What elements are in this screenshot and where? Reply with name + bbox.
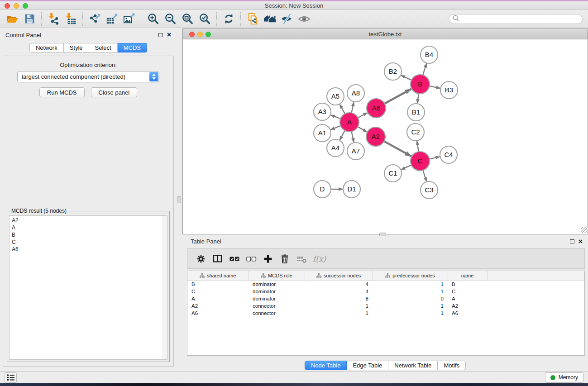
table-row[interactable]: Bdominator41B	[187, 281, 584, 288]
result-list-item[interactable]: A6	[12, 246, 167, 253]
graph-edge-B-B4[interactable]	[423, 63, 426, 75]
eye-icon[interactable]	[296, 11, 313, 27]
graph-node-C2[interactable]: C2	[407, 124, 424, 141]
graph-node-C4[interactable]: C4	[440, 146, 457, 163]
graph-node-A6[interactable]: A6	[367, 99, 386, 118]
zoom-in-icon[interactable]	[144, 11, 162, 27]
function-builder-icon[interactable]: f(x)	[313, 254, 326, 263]
refresh-icon[interactable]	[220, 11, 237, 27]
graph-node-B3[interactable]: B3	[440, 81, 458, 99]
graph-edge-A-A1[interactable]	[331, 126, 341, 130]
table-row[interactable]: Adominator80A	[187, 295, 584, 302]
run-mcds-button[interactable]: Run MCDS	[39, 87, 85, 97]
graph-edge-A-A3[interactable]	[331, 115, 341, 119]
graph-edge-A2-C[interactable]	[384, 141, 411, 156]
table-row[interactable]: A6connector11A6	[187, 310, 584, 317]
graph-node-A4[interactable]: A4	[327, 139, 344, 157]
copy-network-icon[interactable]	[244, 11, 261, 27]
import-network-icon[interactable]	[45, 11, 62, 27]
graph-node-B4[interactable]: B4	[421, 46, 438, 63]
graph-edge-A-A5[interactable]	[340, 105, 345, 114]
mcds-result-list[interactable]: A2ABCA6	[9, 215, 167, 360]
horizontal-splitter-handle[interactable]	[379, 233, 386, 236]
tab-select[interactable]: Select	[89, 43, 118, 52]
houses-icon[interactable]	[261, 11, 278, 27]
column-header-name[interactable]: name	[448, 271, 487, 281]
graph-node-B2[interactable]: B2	[384, 63, 402, 80]
gear-icon[interactable]	[194, 252, 208, 266]
result-list-item[interactable]: A	[12, 224, 167, 231]
graph-edge-B-B2[interactable]	[401, 75, 411, 80]
tab-edge-table[interactable]: Edge Table	[347, 361, 388, 370]
graph-edge-A-A6[interactable]	[358, 113, 368, 118]
graph-edge-C-C3[interactable]	[423, 170, 426, 181]
search-input[interactable]	[459, 16, 579, 22]
graph-node-C[interactable]: C	[411, 152, 430, 171]
graph-node-A8[interactable]: A8	[347, 85, 364, 102]
graph-node-A7[interactable]: A7	[347, 143, 364, 160]
graph-node-B[interactable]: B	[411, 75, 430, 94]
column-header-shared-name[interactable]: shared name	[187, 271, 249, 281]
graph-node-D1[interactable]: D1	[343, 181, 360, 198]
task-history-button[interactable]	[5, 372, 17, 383]
graph-edge-C-C4[interactable]	[429, 157, 440, 159]
optimization-criterion-dropdown[interactable]: largest connected component (directed)	[17, 71, 159, 82]
scrollbar-track[interactable]	[163, 216, 167, 359]
close-table-panel-icon[interactable]: ×	[578, 239, 583, 244]
graph-node-A2[interactable]: A2	[366, 127, 385, 146]
unchecked-boxes-icon[interactable]	[244, 252, 258, 266]
graph-edge-A-A4[interactable]	[340, 130, 345, 140]
graph-node-A3[interactable]: A3	[314, 103, 331, 120]
tab-network-table[interactable]: Network Table	[388, 361, 438, 370]
graph-edge-C-C1[interactable]	[401, 165, 411, 170]
zoom-out-icon[interactable]	[162, 11, 179, 27]
resize-grip-icon[interactable]	[581, 227, 587, 233]
export-table-icon[interactable]	[103, 11, 120, 27]
checked-boxes-icon[interactable]	[227, 252, 241, 266]
close-panel-button[interactable]: Close panel	[91, 87, 138, 97]
zoom-fit-icon[interactable]	[179, 11, 196, 27]
graph-node-A5[interactable]: A5	[327, 88, 344, 105]
table-row[interactable]: Cdominator41C	[187, 288, 584, 295]
result-list-item[interactable]: A2	[12, 217, 167, 224]
graph-node-C3[interactable]: C3	[421, 181, 438, 199]
graph-node-D[interactable]: D	[314, 181, 331, 198]
tab-network[interactable]: Network	[29, 43, 64, 52]
column-header-successor-nodes[interactable]: successor nodes	[305, 271, 373, 281]
result-list-item[interactable]: C	[12, 238, 167, 246]
column-header-predecessor-nodes[interactable]: predecessor nodes	[373, 271, 448, 281]
zoom-selected-icon[interactable]	[196, 11, 213, 27]
column-header-MCDS-role[interactable]: MCDS role	[249, 271, 305, 281]
tab-style[interactable]: Style	[64, 43, 89, 52]
search-box[interactable]	[449, 14, 583, 24]
import-table-icon[interactable]	[62, 11, 79, 27]
table-delete-icon[interactable]	[294, 252, 308, 266]
folder-open-icon[interactable]	[4, 11, 21, 27]
vertical-splitter-handle[interactable]	[177, 196, 181, 203]
graph-node-B1[interactable]: B1	[407, 104, 425, 121]
float-table-panel-icon[interactable]	[570, 239, 574, 243]
result-list-item[interactable]: B	[12, 231, 167, 238]
save-icon[interactable]	[21, 11, 38, 27]
graph-node-C1[interactable]: C1	[384, 165, 402, 182]
graph-edge-B-B1[interactable]	[417, 94, 419, 103]
graph-edge-A6-B[interactable]	[384, 89, 411, 104]
graph-edge-C-C2[interactable]	[417, 141, 419, 152]
plus-icon[interactable]	[261, 252, 275, 266]
tab-node-table[interactable]: Node Table	[305, 361, 347, 370]
export-image-icon[interactable]	[120, 11, 138, 27]
tab-mcds[interactable]: MCDS	[118, 43, 147, 52]
table-row[interactable]: A2connector11A2	[187, 302, 584, 310]
graph-node-A1[interactable]: A1	[314, 124, 331, 142]
tab-motifs[interactable]: Motifs	[438, 361, 466, 370]
column-split-icon[interactable]	[210, 252, 225, 266]
trash-icon[interactable]	[277, 252, 292, 266]
eye-slash-icon[interactable]	[278, 11, 296, 27]
memory-button[interactable]: Memory	[545, 372, 583, 383]
graph-node-A[interactable]: A	[340, 113, 359, 132]
close-panel-icon[interactable]: ×	[167, 33, 171, 37]
graph-edge-B-B3[interactable]	[430, 86, 440, 88]
graph-edge-A-A2[interactable]	[358, 127, 367, 132]
graph-edge-A-A7[interactable]	[351, 132, 354, 143]
graph-edge-A-A8[interactable]	[351, 102, 354, 113]
